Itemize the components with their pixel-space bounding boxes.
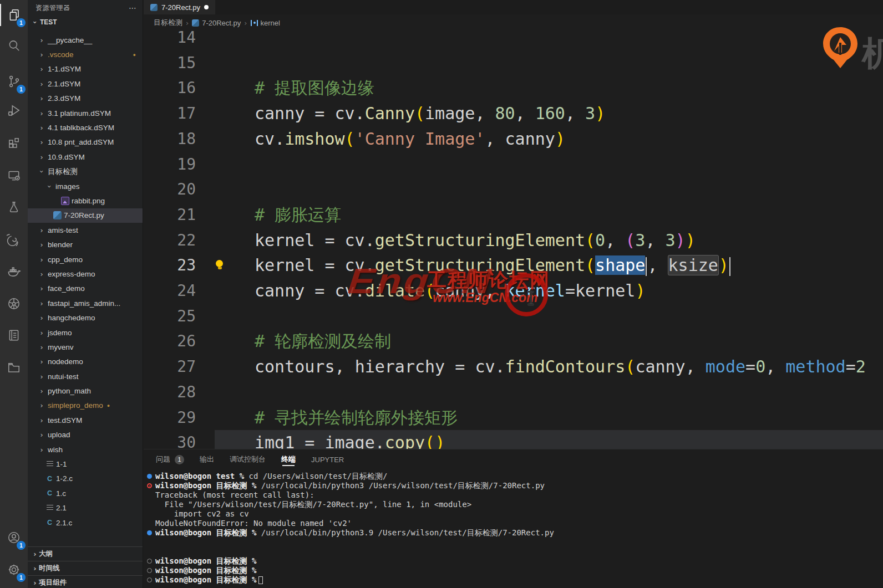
tree-item[interactable]: ›目标检测 <box>28 165 143 179</box>
tree-item[interactable]: ›2.1 <box>28 501 143 515</box>
remote-explorer-icon[interactable] <box>0 165 28 187</box>
notebook-icon[interactable] <box>0 324 28 346</box>
panel-tab-调试控制台[interactable]: 调试控制台 <box>230 449 266 469</box>
code-line: kernel = cv.getStructuringElement(shape,… <box>255 253 883 278</box>
tree-item[interactable]: ›express-demo <box>28 267 143 281</box>
tree-item-label: express-demo <box>48 270 95 278</box>
unsaved-dot-icon[interactable] <box>204 5 209 9</box>
explorer-badge: 1 <box>17 18 26 27</box>
terminal-line: wilson@bogon test % cd /Users/wilson/tes… <box>146 472 883 481</box>
code-token: = <box>305 281 334 300</box>
code-token: canny <box>255 281 305 300</box>
tab-7-20rect[interactable]: 7-20Rect.py <box>144 0 215 14</box>
tree-item[interactable]: ›1-1 <box>28 457 143 471</box>
source-control-icon[interactable]: 1 <box>0 70 28 93</box>
tree-item[interactable]: ›__pycache__ <box>28 33 143 47</box>
tree-item[interactable]: ›test.dSYM <box>28 413 143 427</box>
tree-item[interactable]: ›10.9.dSYM <box>28 150 143 164</box>
chevron-right-icon: › <box>38 299 45 308</box>
code-token: image <box>425 104 475 123</box>
workspace-root-row[interactable]: › TEST <box>28 16 143 29</box>
tree-item[interactable]: ›10.8 pnt_add.dSYM <box>28 135 143 150</box>
tree-item[interactable]: ›3.1 platinum.dSYM <box>28 106 143 120</box>
code-token: = <box>745 357 755 376</box>
tree-item-label: cpp_demo <box>48 255 83 264</box>
code-token: . <box>275 129 285 149</box>
tree-item-label: 7-20Rect.py <box>64 211 104 219</box>
code-line: contours, hierarchy = cv.findContours(ca… <box>255 354 883 380</box>
tree-item[interactable]: ›1-1.dSYM <box>28 62 143 76</box>
section-outline[interactable]: ›大纲 <box>28 546 143 561</box>
tree-item[interactable]: ›simplepro_demo● <box>28 398 143 413</box>
account-icon[interactable]: 1 <box>0 526 28 549</box>
tree-item[interactable]: ›blender <box>28 237 143 252</box>
tree-item[interactable]: ›jsdemo <box>28 325 143 340</box>
code-area[interactable]: 141516# 提取图像边缘17canny = cv.Canny(image, … <box>144 25 883 449</box>
panel-tab-label: JUPYTER <box>311 456 344 464</box>
code-line: # 膨胀运算 <box>255 202 883 228</box>
tree-item[interactable]: ›4.1 tablkback.dSYM <box>28 120 143 135</box>
panel-tab-终端[interactable]: 终端 <box>281 449 296 469</box>
tree-item[interactable]: ›face_demo <box>28 282 143 296</box>
panel-tab-输出[interactable]: 输出 <box>200 449 214 469</box>
tree-item[interactable]: ›hangchedemo <box>28 310 143 325</box>
settings-gear-icon[interactable]: 1 <box>0 559 28 581</box>
tree-item[interactable]: ›wish <box>28 442 143 457</box>
lightbulb-icon[interactable] <box>216 260 224 268</box>
code-token: , <box>475 104 495 123</box>
search-icon[interactable] <box>0 34 28 57</box>
tree-item[interactable]: ›fastapi_amis_admin... <box>28 296 143 310</box>
tree-item-label: nutui-test <box>48 372 79 381</box>
tree-item-label: fastapi_amis_admin... <box>48 299 120 308</box>
git-modified-dot: ● <box>107 403 110 408</box>
tree-item[interactable]: ›nutui-test <box>28 369 143 384</box>
tree-item[interactable]: ›C1.c <box>28 486 143 500</box>
code-token: kernel <box>575 281 635 300</box>
tree-item[interactable]: ›C1-2.c <box>28 472 143 486</box>
tree-item[interactable]: ›python_math <box>28 384 143 398</box>
panel-tab-问题[interactable]: 问题1 <box>156 449 184 469</box>
code-token: 80 <box>495 104 515 123</box>
code-token: 0 <box>755 357 765 376</box>
chevron-right-icon: › <box>38 138 45 146</box>
panel-tab-label: 问题 <box>156 454 170 464</box>
panel-tab-bar: 问题1输出调试控制台终端JUPYTER <box>144 449 883 469</box>
terminal-text: File "/Users/wilson/test/目标检测/7-20Rect.p… <box>155 500 471 509</box>
explorer-icon[interactable]: 1 <box>0 4 28 26</box>
prompt-dot-icon <box>147 530 152 535</box>
run-debug-icon[interactable] <box>0 99 28 121</box>
section-timeline[interactable]: ›时间线 <box>28 561 143 575</box>
tree-item[interactable]: ›amis-test <box>28 223 143 237</box>
docker-icon[interactable] <box>0 260 28 283</box>
tree-item[interactable]: ›cpp_demo <box>28 252 143 267</box>
terminal-line: ModuleNotFoundError: No module named 'cv… <box>146 519 883 528</box>
tree-item[interactable]: ›images <box>28 179 143 193</box>
tree-item-label: 2.3.dSYM <box>48 94 80 103</box>
testing-beaker-icon[interactable] <box>0 196 28 218</box>
tree-item[interactable]: ›nodedemo <box>28 355 143 369</box>
more-actions-icon[interactable]: ⋯ <box>129 3 137 12</box>
code-token: , <box>485 129 505 149</box>
tree-item[interactable]: ›2.1.dSYM <box>28 76 143 91</box>
terminal-output[interactable]: wilson@bogon test % cd /Users/wilson/tes… <box>146 472 883 588</box>
tree-item[interactable]: ›2.3.dSYM <box>28 91 143 106</box>
section-project-components[interactable]: ›项目组件 <box>28 575 143 588</box>
espressif-spiral-icon[interactable] <box>0 228 28 250</box>
kubernetes-icon[interactable] <box>0 293 28 315</box>
panel-tab-JUPYTER[interactable]: JUPYTER <box>311 449 344 469</box>
folder-panel-icon[interactable] <box>0 357 28 379</box>
chevron-right-icon: › <box>38 446 45 454</box>
tree-item[interactable]: ›C2.1.c <box>28 515 143 530</box>
tree-item[interactable]: ›rabbit.png <box>28 193 143 208</box>
tree-item[interactable]: ›upload <box>28 428 143 442</box>
code-token: cv <box>335 281 355 300</box>
tree-item[interactable]: ›7-20Rect.py <box>28 208 143 223</box>
code-token: ) <box>435 433 445 449</box>
tree-item[interactable]: ›myvenv <box>28 340 143 354</box>
code-token: 'Canny Image' <box>355 129 485 149</box>
extensions-icon[interactable] <box>0 132 28 155</box>
code-token: , <box>335 357 355 376</box>
tree-item[interactable]: ›.vscode● <box>28 47 143 62</box>
terminal-line: File "/Users/wilson/test/目标检测/7-20Rect.p… <box>146 500 883 509</box>
code-token: , <box>765 357 785 376</box>
